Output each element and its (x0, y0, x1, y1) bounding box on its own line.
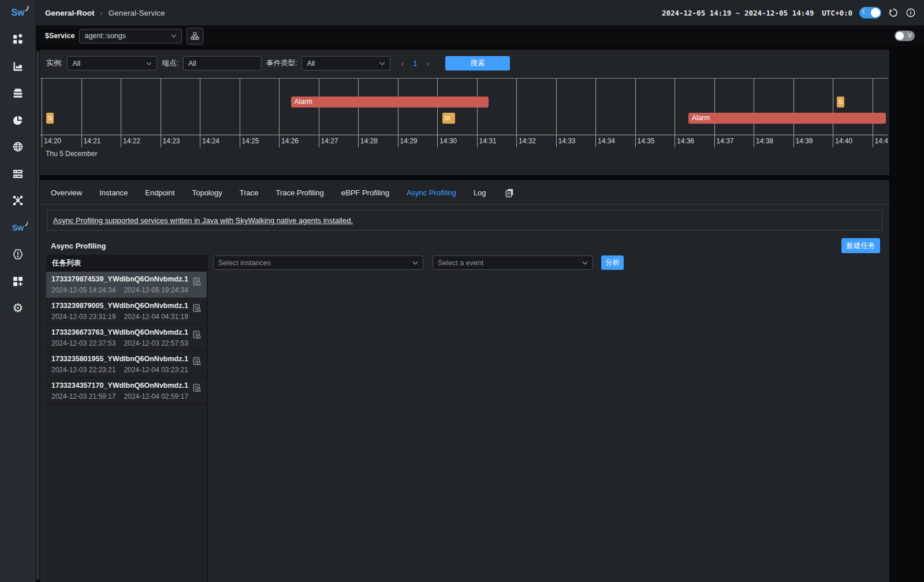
sidebar-item-bar-chart[interactable] (0, 53, 36, 80)
tab-trace[interactable]: Trace (240, 188, 259, 197)
sidebar-item-alert[interactable] (0, 241, 36, 268)
tab-log[interactable]: Log (474, 188, 486, 197)
breadcrumb-current[interactable]: General-Service (109, 9, 165, 17)
top-bar: General-Root › General-Service 2024-12-0… (36, 0, 924, 25)
timeline-tick-label: 14:32 (519, 137, 536, 145)
tab-overview[interactable]: Overview (51, 188, 82, 197)
timeline-tick-label: 14:41 (875, 137, 888, 145)
service-select[interactable]: agent::songs (79, 29, 182, 43)
section-title: Async Profiling (51, 242, 106, 250)
task-start-time: 2024-12-03 23:31:19 (51, 313, 116, 321)
search-button[interactable]: 搜索 (445, 56, 510, 71)
next-page-button[interactable]: › (426, 59, 429, 68)
moon-icon: ☾ (862, 8, 867, 16)
timeline-tick-label: 14:33 (558, 137, 576, 145)
tab-topology[interactable]: Topology (192, 188, 222, 197)
current-page[interactable]: 1 (413, 59, 417, 68)
task-start-time: 2024-12-03 22:23:21 (51, 366, 116, 374)
event-badge[interactable]: S (837, 97, 844, 107)
task-inspect-icon[interactable] (192, 303, 202, 313)
service-select-value: agent::songs (84, 32, 126, 40)
dark-mode-toggle[interactable]: ☾ (859, 7, 881, 18)
event-badge[interactable]: St (442, 113, 455, 124)
new-task-button[interactable]: 新建任务 (841, 238, 880, 253)
notice-box: Async Profiling supported services writt… (47, 210, 882, 231)
sidebar-nav: Sw)⚙ (0, 25, 36, 322)
timeline-gridline (319, 79, 319, 147)
async-profiling-doc-link[interactable]: Async Profiling supported services writt… (53, 216, 353, 225)
section-header: Async Profiling 新建任务 (40, 231, 889, 253)
task-list-item[interactable]: 1733236673763_YWdlbnQ6OnNvbmdz.1 2024-12… (46, 325, 207, 351)
event-badge[interactable]: S (46, 113, 54, 124)
sidebar-item-skywalking[interactable]: Sw) (0, 214, 36, 242)
utc-offset[interactable]: UTC+0:0 (822, 9, 852, 17)
tab-ebpf-profiling[interactable]: eBPF Profiling (341, 188, 389, 197)
task-start-time: 2024-12-03 21:59:17 (51, 392, 116, 401)
skywalking-logo[interactable]: Sw ) (0, 0, 36, 25)
tab-trace-profiling[interactable]: Trace Profiling (275, 188, 323, 197)
version-toggle[interactable]: V (895, 31, 915, 41)
tab-async-profiling[interactable]: Async Profiling (407, 188, 456, 197)
prev-page-button[interactable]: ‹ (401, 59, 404, 68)
topology-icon (12, 195, 24, 206)
task-list-item[interactable]: 1733379874539_YWdlbnQ6OnNvbmdz.1 2024-12… (46, 272, 207, 298)
scrollbar[interactable] (36, 51, 39, 580)
task-inspect-icon[interactable] (192, 357, 202, 366)
tab-instance[interactable]: Instance (99, 188, 128, 197)
analyze-button[interactable]: 分析 (601, 255, 624, 270)
timeline-gridline (358, 79, 359, 147)
timeline-tick-label: 14:25 (242, 137, 259, 145)
task-list-item[interactable]: 1733239879005_YWdlbnQ6OnNvbmdz.1 2024-12… (46, 298, 207, 325)
sidebar-item-database[interactable] (0, 80, 36, 107)
timeline-tick-label: 14:40 (835, 137, 852, 145)
sidebar-item-globe[interactable] (0, 134, 36, 161)
sidebar-item-server-list[interactable] (0, 161, 36, 188)
sidebar-item-dashboard[interactable] (0, 26, 36, 53)
breadcrumb: General-Root › General-Service (45, 9, 165, 17)
task-inspect-icon[interactable] (192, 330, 202, 339)
timeline-grid: 14:2014:2114:2214:2314:2414:2514:2614:27… (40, 78, 888, 148)
timeline-gridline (437, 79, 438, 147)
sidebar-item-settings[interactable]: ⚙ (0, 295, 36, 322)
select-instances-dropdown[interactable]: Select instances (213, 255, 423, 270)
breadcrumb-root[interactable]: General-Root (45, 9, 95, 17)
pagination: ‹ 1 › (401, 59, 429, 68)
service-topology-button[interactable] (187, 28, 203, 45)
chevron-down-icon (582, 261, 588, 265)
task-list-item[interactable]: 1733234357170_YWdlbnQ6OnNvbmdz.1 2024-12… (46, 378, 207, 405)
copy-tabs-icon[interactable] (505, 188, 515, 198)
timeline-tick-label: 14:34 (598, 137, 615, 145)
select-instances-placeholder: Select instances (218, 259, 271, 267)
skywalking-icon: Sw) (12, 223, 24, 232)
timeline-gridline (477, 79, 478, 147)
event-type-filter-select[interactable]: All (301, 56, 390, 71)
instance-filter-value: All (72, 60, 80, 68)
timeline-gridline (279, 79, 280, 147)
alarm-bar[interactable]: Alarm (291, 97, 489, 107)
timeline-gridline (42, 79, 42, 147)
sidebar-item-pie-chart[interactable] (0, 107, 36, 134)
endpoint-filter-input[interactable] (183, 56, 262, 71)
timeline-tick-label: 14:20 (44, 137, 61, 145)
task-list-item[interactable]: 1733235801955_YWdlbnQ6OnNvbmdz.1 2024-12… (46, 351, 207, 378)
timeline-gridline (240, 79, 240, 147)
time-range[interactable]: 2024-12-05 14:19 ~ 2024-12-05 14:49 (662, 9, 814, 17)
sidebar-item-topology[interactable] (0, 187, 36, 214)
refresh-icon[interactable] (888, 8, 899, 18)
info-icon[interactable] (906, 8, 916, 18)
select-event-dropdown[interactable]: Select a event (433, 255, 593, 270)
task-inspect-icon[interactable] (192, 277, 202, 286)
sidebar-item-widgets[interactable] (0, 268, 36, 295)
instance-filter-select[interactable]: All (67, 56, 157, 71)
timeline-gridline (398, 79, 398, 147)
timeline-tick-label: 14:39 (796, 137, 813, 145)
task-inspect-icon[interactable] (192, 383, 202, 392)
bar-chart-icon (12, 61, 24, 72)
timeline-gridline (81, 79, 82, 147)
timeline-gridline (200, 79, 200, 147)
task-id: 1733379874539_YWdlbnQ6OnNvbmdz.1 (51, 275, 189, 283)
alarm-bar[interactable]: Alarm (688, 113, 886, 124)
tab-endpoint[interactable]: Endpoint (145, 188, 174, 197)
service-detail-panel: OverviewInstanceEndpointTopologyTraceTra… (40, 180, 889, 582)
timeline-gridline (161, 79, 161, 147)
